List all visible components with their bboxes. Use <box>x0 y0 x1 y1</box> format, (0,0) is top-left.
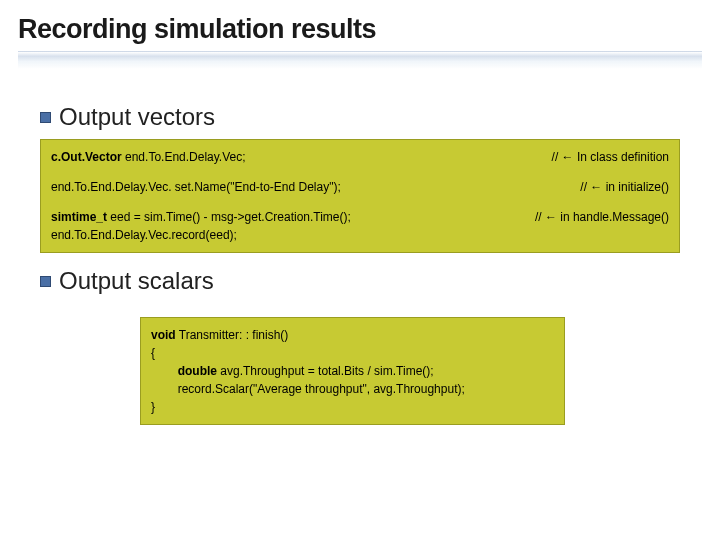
square-bullet-icon <box>40 112 51 123</box>
bullet-text: Output scalars <box>59 267 214 295</box>
code-content: void Transmitter: : finish(){ double avg… <box>151 326 554 416</box>
slide-title: Recording simulation results <box>18 14 702 45</box>
bullet-text: Output vectors <box>59 103 215 131</box>
bullet-output-scalars: Output scalars <box>40 267 680 295</box>
bullet-output-vectors: Output vectors <box>40 103 680 131</box>
code-content: c.Out.Vector end.To.End.Delay.Vec;// ← I… <box>51 148 669 244</box>
code-box-vectors: c.Out.Vector end.To.End.Delay.Vec;// ← I… <box>40 139 680 253</box>
title-area: Recording simulation results <box>0 0 720 79</box>
code-box-scalars: void Transmitter: : finish(){ double avg… <box>140 317 565 425</box>
title-underline <box>18 51 702 69</box>
square-bullet-icon <box>40 276 51 287</box>
body-area: Output vectors c.Out.Vector end.To.End.D… <box>0 79 720 425</box>
